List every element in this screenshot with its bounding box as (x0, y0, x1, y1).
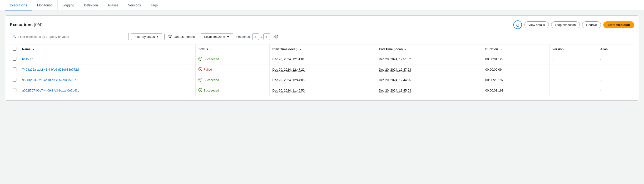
col-end-time-label: End Time (local) (379, 47, 403, 51)
tab-monitoring[interactable]: Monitoring (32, 0, 58, 10)
row-checkbox-1[interactable] (12, 67, 16, 71)
col-header-start-time[interactable]: Start Time (local) ▼ (270, 44, 376, 54)
tab-versions[interactable]: Versions (123, 0, 146, 10)
row-checkbox-3[interactable] (12, 88, 16, 92)
tab-definition[interactable]: Definition (79, 0, 103, 10)
svg-point-0 (276, 36, 277, 37)
search-box[interactable]: 🔍 (10, 33, 129, 40)
search-icon: 🔍 (12, 35, 16, 38)
col-status-label: Status (198, 47, 208, 51)
status-label: Succeeded (204, 57, 219, 61)
timezone-caret-icon: ▼ (226, 35, 230, 38)
alias: - (600, 78, 601, 82)
failed-circle-icon (198, 67, 202, 71)
calendar-icon: 📅 (168, 35, 172, 38)
settings-icon (274, 34, 278, 39)
col-duration-label: Duration (485, 47, 498, 51)
end-time: Dec 20, 2024, 12:44:25 (379, 78, 411, 82)
svg-point-3 (199, 78, 202, 82)
table-row: 7403a05a-abbf-41f4-bfd6-d28e638e772dFail… (10, 64, 634, 75)
start-execution-button[interactable]: Start execution (603, 21, 634, 28)
end-time: Dec 20, 2024, 11:45:53 (379, 89, 411, 92)
duration: 00:00:20.197 (485, 78, 503, 82)
filter-status-label: Filter by status (135, 35, 155, 38)
version: - (552, 78, 553, 82)
card-title-text: Executions (10, 22, 34, 27)
svg-point-1 (199, 57, 202, 61)
version: - (552, 68, 553, 71)
success-icon (198, 88, 202, 93)
col-header-end-time[interactable]: End Time (local) ▼ (376, 44, 482, 54)
col-start-time-label: Start Time (local) (272, 47, 298, 51)
col-name-label: Name (22, 47, 30, 51)
duration-sort-icon: ▼ (500, 48, 502, 51)
duration: 00:00:03.191 (485, 89, 503, 92)
alias: - (600, 68, 601, 71)
time-range-label: Last 15 months (174, 35, 195, 38)
settings-button[interactable] (272, 33, 280, 40)
main-content: Executions (0/4) View details Stop execu… (0, 11, 644, 105)
timezone-button[interactable]: Local timezone ▼ (201, 33, 233, 40)
alias: - (600, 57, 601, 61)
time-range-button[interactable]: 📅 Last 15 months (164, 33, 198, 40)
success-circle-icon (198, 57, 202, 61)
col-header-alias: Alias (597, 44, 634, 54)
status-label: Succeeded (204, 78, 219, 82)
success-icon (198, 78, 202, 82)
refresh-button[interactable] (513, 20, 522, 29)
tab-bar: Executions Monitoring Logging Definition… (0, 0, 644, 11)
col-alias-label: Alias (600, 47, 608, 51)
alias: - (600, 89, 601, 92)
col-header-status[interactable]: Status ▼ (196, 44, 270, 54)
execution-name-link[interactable]: 7403a05a-abbf-41f4-bfd6-d28e638e772d (22, 68, 79, 71)
card-count: (0/4) (34, 22, 42, 27)
tab-aliases[interactable]: Aliases (103, 0, 123, 10)
start-time: Dec 20, 2024, 12:51:01 (272, 57, 305, 61)
pagination: ‹ 1 › (252, 33, 270, 40)
card-title: Executions (0/4) (10, 22, 42, 27)
table-row: hello001SucceededDec 20, 2024, 12:51:01D… (10, 54, 634, 64)
name-sort-icon: ▼ (32, 48, 35, 51)
row-checkbox-0[interactable] (12, 57, 16, 61)
duration: 00:00:01.129 (485, 57, 503, 61)
end-time-sort-icon: ▼ (404, 48, 407, 51)
success-circle-icon (198, 78, 202, 82)
col-version-label: Version (552, 47, 564, 51)
prev-page-button[interactable]: ‹ (252, 33, 259, 40)
execution-name-link[interactable]: 9538bd53-7fd1-4d18-af0e-b2c841569779 (22, 78, 80, 82)
col-header-version: Version (550, 44, 597, 54)
select-all-checkbox[interactable] (12, 47, 16, 51)
executions-table: Name ▼ Status ▼ Start Time (local) ▼ End… (10, 44, 634, 96)
end-time: Dec 20, 2024, 12:51:02 (379, 57, 411, 61)
filter-row: 🔍 Filter by status ▼ 📅 Last 15 months Lo… (10, 33, 634, 40)
version: - (552, 89, 553, 92)
end-time: Dec 20, 2024, 12:47:23 (379, 68, 411, 72)
version: - (552, 57, 553, 61)
header-actions: View details Stop execution Redrive Star… (513, 20, 634, 29)
tab-tags[interactable]: Tags (146, 0, 162, 10)
stop-execution-button[interactable]: Stop execution (551, 21, 580, 28)
next-page-button[interactable]: › (264, 33, 270, 40)
col-header-name[interactable]: Name ▼ (19, 44, 196, 54)
execution-name-link[interactable]: hello001 (22, 57, 34, 61)
redrive-button[interactable]: Redrive (582, 21, 601, 28)
status-sort-icon: ▼ (210, 48, 212, 51)
col-header-duration[interactable]: Duration ▼ (482, 44, 550, 54)
filter-caret-icon: ▼ (156, 35, 159, 38)
row-checkbox-2[interactable] (12, 78, 16, 82)
execution-name-link[interactable]: a062f767-06e7-4409-8fe3-9c1a40e6b43c (22, 89, 79, 92)
svg-point-4 (199, 88, 202, 92)
view-details-button[interactable]: View details (524, 21, 549, 28)
start-time: Dec 20, 2024, 12:44:05 (272, 78, 305, 82)
tab-executions[interactable]: Executions (5, 0, 32, 10)
tab-logging[interactable]: Logging (58, 0, 79, 10)
filter-by-status-button[interactable]: Filter by status ▼ (131, 33, 162, 40)
timezone-label: Local timezone (204, 35, 225, 38)
start-time: Dec 20, 2024, 11:45:50 (272, 89, 305, 92)
failed-icon (198, 67, 202, 72)
status-label: Succeeded (204, 89, 219, 92)
table-row: a062f767-06e7-4409-8fe3-9c1a40e6b43cSucc… (10, 85, 634, 96)
success-circle-icon (198, 88, 202, 92)
search-input[interactable] (18, 35, 126, 38)
status-label: Failed (204, 68, 212, 71)
